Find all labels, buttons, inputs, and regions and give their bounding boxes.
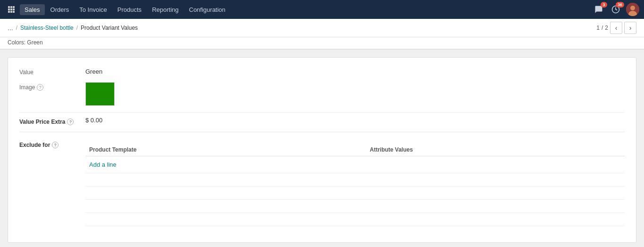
pagination: 1 / 2 ‹ › — [596, 22, 636, 34]
breadcrumb-stainless-bottle[interactable]: Stainless-Steel bottle — [20, 25, 74, 31]
svg-rect-0 — [8, 6, 10, 8]
topnav-right-actions: 3 36 — [592, 3, 639, 16]
svg-rect-2 — [13, 6, 15, 8]
value-field-group: Value Green — [19, 67, 625, 76]
top-navigation: Sales Orders To Invoice Products Reporti… — [0, 0, 644, 19]
value-price-extra-label: Value Price Extra ? — [19, 117, 85, 125]
image-help-icon: ? — [37, 84, 43, 91]
breadcrumb: ... / Stainless-Steel bottle / Product V… — [8, 24, 138, 32]
breadcrumb-sep-1: / — [16, 25, 17, 31]
exclude-for-table: Product Template Attribute Values Add a … — [85, 144, 625, 226]
add-line-row: Add a line — [85, 156, 625, 173]
nav-item-orders[interactable]: Orders — [46, 4, 74, 15]
value-price-extra-group: Value Price Extra ? $ 0.00 — [19, 112, 625, 125]
col-product-template: Product Template — [85, 144, 366, 156]
empty-row-3 — [85, 200, 625, 213]
empty-row-4 — [85, 213, 625, 226]
form-card: Value Green Image ? Value Price Extra ? … — [8, 57, 636, 243]
pagination-prev-button[interactable]: ‹ — [610, 22, 622, 34]
exclude-for-section: Exclude for ? Product Template Attribute… — [19, 132, 625, 226]
value-label: Value — [19, 67, 85, 76]
breadcrumb-dots[interactable]: ... — [8, 24, 13, 32]
exclude-for-table-container: Product Template Attribute Values Add a … — [85, 140, 625, 226]
empty-row-1 — [85, 173, 625, 187]
apps-menu-button[interactable] — [5, 3, 18, 16]
breadcrumb-bar: ... / Stainless-Steel bottle / Product V… — [0, 19, 644, 37]
nav-item-sales[interactable]: Sales — [20, 4, 45, 15]
nav-item-to-invoice[interactable]: To Invoice — [75, 4, 112, 15]
chat-button[interactable]: 3 — [592, 3, 605, 16]
pagination-separator: / — [602, 25, 603, 31]
breadcrumb-current: Product Variant Values — [81, 25, 138, 31]
pagination-total: 2 — [605, 25, 608, 31]
pagination-current: 1 — [596, 25, 600, 31]
image-field-group: Image ? — [19, 82, 625, 106]
exclude-for-group: Exclude for ? Product Template Attribute… — [19, 140, 625, 226]
record-subtitle: Colors: Green — [0, 37, 644, 49]
value-field-value: Green — [85, 67, 102, 75]
value-price-extra-value: $ 0.00 — [85, 117, 102, 124]
image-label: Image ? — [19, 82, 85, 91]
svg-rect-7 — [10, 11, 12, 13]
chat-badge: 3 — [601, 2, 607, 8]
svg-rect-8 — [13, 11, 15, 13]
exclude-for-label: Exclude for ? — [19, 140, 85, 148]
nav-item-products[interactable]: Products — [113, 4, 146, 15]
svg-rect-6 — [8, 11, 10, 13]
nav-item-configuration[interactable]: Configuration — [184, 4, 230, 15]
svg-rect-4 — [10, 9, 12, 10]
user-avatar[interactable] — [626, 3, 639, 16]
add-line-button[interactable]: Add a line — [89, 159, 120, 170]
nav-item-reporting[interactable]: Reporting — [147, 4, 183, 15]
main-menu: Sales Orders To Invoice Products Reporti… — [20, 4, 590, 15]
breadcrumb-sep-2: / — [76, 25, 78, 31]
value-price-extra-help-icon: ? — [67, 119, 74, 125]
svg-rect-1 — [10, 6, 12, 8]
svg-rect-3 — [8, 9, 10, 10]
image-preview[interactable] — [85, 82, 115, 106]
svg-point-11 — [630, 6, 635, 10]
col-attribute-values: Attribute Values — [366, 144, 625, 156]
exclude-for-help-icon: ? — [52, 142, 59, 148]
empty-row-2 — [85, 187, 625, 200]
activity-button[interactable]: 36 — [609, 3, 622, 16]
svg-rect-5 — [13, 9, 15, 10]
main-content: Value Green Image ? Value Price Extra ? … — [0, 50, 644, 247]
activity-badge: 36 — [616, 2, 624, 8]
pagination-next-button[interactable]: › — [624, 22, 636, 34]
